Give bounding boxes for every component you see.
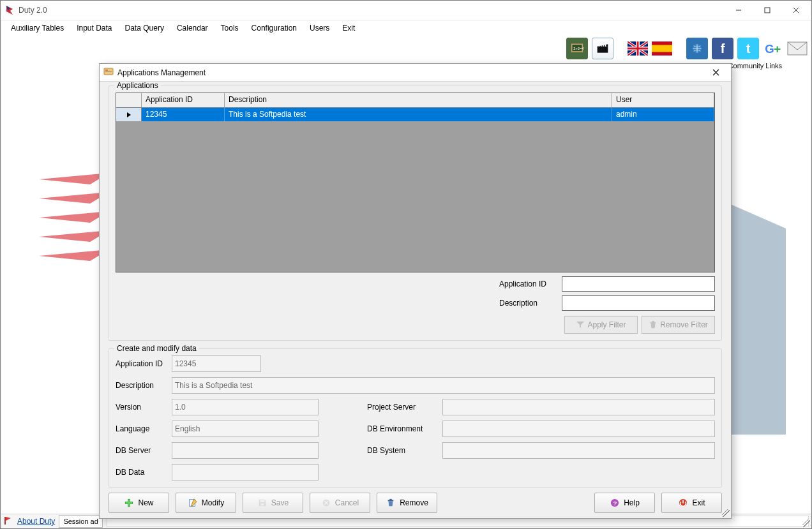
filter-appid-input[interactable] — [562, 276, 715, 292]
form-db-server-input[interactable] — [172, 442, 319, 459]
filter-appid-label: Application ID — [499, 279, 557, 288]
menu-configuration[interactable]: Configuration — [246, 22, 302, 34]
flag-spain-icon[interactable] — [652, 38, 672, 59]
svg-text:?: ? — [613, 500, 617, 507]
community-links-label: Community Links — [728, 62, 782, 70]
form-project-server-input[interactable] — [442, 399, 715, 415]
app-icon — [4, 5, 15, 15]
google-icon[interactable]: G+ — [763, 38, 783, 59]
form-description-input[interactable] — [172, 377, 715, 394]
svg-text:+: + — [774, 42, 781, 56]
form-db-env-label: DB Environment — [367, 424, 437, 433]
new-button[interactable]: New — [109, 493, 169, 513]
cell-user[interactable]: admin — [612, 108, 714, 121]
svg-rect-20 — [260, 500, 264, 503]
row-indicator-icon — [116, 108, 142, 121]
svg-rect-6 — [652, 45, 672, 52]
grid-header-appid[interactable]: Application ID — [142, 93, 225, 107]
grid-header: Application ID Description User — [116, 93, 714, 108]
form-appid-input[interactable] — [172, 355, 261, 372]
form-db-env-input[interactable] — [442, 421, 715, 437]
table-row[interactable]: 12345 This is a Softpedia test admin — [116, 108, 714, 121]
menu-exit[interactable]: Exit — [337, 22, 360, 34]
form-version-label: Version — [116, 403, 167, 412]
main-title: Duty 2.0 — [19, 6, 47, 15]
facebook-icon[interactable]: f — [712, 38, 733, 59]
svg-rect-21 — [260, 503, 264, 506]
svg-rect-28 — [683, 500, 684, 503]
cell-description[interactable]: This is a Softpedia test — [225, 108, 612, 121]
svg-rect-14 — [105, 71, 112, 72]
help-button[interactable]: ? Help — [594, 493, 655, 513]
svg-rect-13 — [105, 70, 108, 71]
form-legend: Create and modify data — [114, 344, 199, 353]
form-db-data-input[interactable] — [172, 464, 319, 481]
filter-description-input[interactable] — [562, 295, 715, 311]
flag-uk-icon[interactable] — [628, 38, 648, 59]
filter-area: Application ID Description Apply Filter — [116, 276, 715, 334]
svg-rect-0 — [765, 8, 770, 13]
save-button[interactable]: Save — [243, 493, 303, 513]
filter-description-label: Description — [499, 299, 557, 308]
mail-icon[interactable] — [787, 38, 808, 59]
dialog-titlebar: Applications Management — [100, 64, 731, 82]
resize-grip-icon[interactable] — [802, 519, 810, 527]
chalkboard-icon[interactable]: 2+2=4 — [566, 38, 588, 59]
form-language-label: Language — [116, 424, 167, 433]
menu-input-data[interactable]: Input Data — [71, 22, 117, 34]
funnel-icon — [576, 320, 585, 329]
main-minimize-button[interactable] — [724, 1, 753, 19]
main-window: Duty 2.0 Auxiliary Tables Input Data Dat… — [0, 0, 812, 529]
cancel-button[interactable]: Cancel — [310, 493, 370, 513]
status-flag-icon — [3, 516, 12, 527]
dialog-resize-grip[interactable] — [722, 509, 730, 517]
menu-auxiliary-tables[interactable]: Auxiliary Tables — [6, 22, 69, 34]
applications-grid[interactable]: Application ID Description User 12345 Th… — [116, 93, 715, 272]
modify-button[interactable]: Modify — [176, 493, 236, 513]
form-description-label: Description — [116, 381, 167, 390]
exit-icon — [678, 498, 688, 508]
button-bar: New Modify Save — [109, 488, 722, 513]
toolbar-icons: 2+2=4 f t G+ Community Links — [566, 38, 808, 59]
twitter-icon[interactable]: t — [737, 38, 759, 59]
menu-data-query[interactable]: Data Query — [120, 22, 169, 34]
main-maximize-button[interactable] — [753, 1, 781, 19]
trash-icon — [649, 320, 658, 329]
grid-rowheader-col[interactable] — [116, 93, 142, 107]
cell-appid[interactable]: 12345 — [142, 108, 225, 121]
apply-filter-button[interactable]: Apply Filter — [564, 316, 638, 334]
dialog-close-button[interactable] — [703, 65, 728, 80]
grid-header-description[interactable]: Description — [225, 93, 612, 107]
help-icon: ? — [610, 498, 620, 508]
svg-rect-3 — [598, 47, 608, 53]
globe-icon[interactable] — [686, 38, 708, 59]
form-appid-label: Application ID — [116, 359, 167, 368]
edit-icon — [188, 498, 198, 508]
about-duty-link[interactable]: About Duty — [17, 517, 55, 526]
grid-body[interactable]: 12345 This is a Softpedia test admin — [116, 108, 714, 272]
form-language-input[interactable] — [172, 421, 319, 437]
svg-rect-11 — [4, 517, 6, 525]
svg-text:G: G — [765, 42, 774, 56]
menu-tools[interactable]: Tools — [216, 22, 244, 34]
grid-header-user[interactable]: User — [612, 93, 714, 107]
main-close-button[interactable] — [781, 1, 810, 19]
svg-rect-18 — [126, 502, 133, 503]
remove-button[interactable]: Remove — [377, 493, 437, 513]
svg-rect-24 — [389, 499, 392, 500]
applications-legend: Applications — [114, 82, 161, 90]
save-icon — [257, 498, 267, 508]
trash-icon — [386, 498, 396, 508]
cancel-icon — [321, 498, 331, 508]
form-version-input[interactable] — [172, 399, 319, 415]
clapper-icon[interactable] — [592, 38, 613, 59]
applications-group: Applications Application ID Description … — [109, 86, 722, 341]
exit-button[interactable]: Exit — [661, 493, 722, 513]
remove-filter-button[interactable]: Remove Filter — [642, 316, 715, 334]
main-titlebar: Duty 2.0 — [1, 1, 811, 20]
menu-users[interactable]: Users — [304, 22, 335, 34]
menu-calendar[interactable]: Calendar — [172, 22, 213, 34]
applications-management-dialog: Applications Management Applications App… — [99, 63, 732, 519]
svg-text:2+2=4: 2+2=4 — [573, 47, 583, 50]
form-db-system-input[interactable] — [442, 442, 715, 459]
